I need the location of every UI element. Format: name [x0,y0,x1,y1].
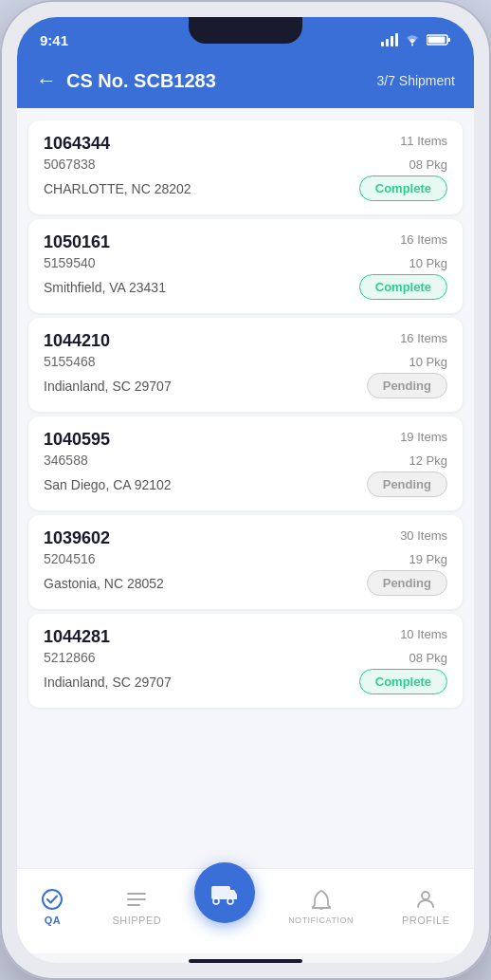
signal-icon [381,33,398,46]
pkg-count: 08 Pkg [409,157,447,172]
items-count: 30 Items [400,528,447,543]
qa-icon [41,888,64,911]
nav-profile[interactable]: PROFILE [387,880,465,934]
notification-icon [310,889,333,912]
fab-container [194,862,255,923]
pkg-count: 12 Pkg [409,453,447,468]
sub-number: 5204516 [44,551,96,566]
pkg-count: 10 Pkg [409,256,447,270]
status-badge: Pending [367,373,447,398]
pkg-count: 19 Pkg [409,552,447,566]
shipped-icon [125,888,148,911]
wifi-icon [404,33,421,46]
pkg-count: 10 Pkg [409,355,447,369]
svg-rect-5 [211,886,230,899]
order-number: 1050161 [44,232,110,252]
notification-label: NOTIFICATION [288,915,354,925]
pkg-count: 08 Pkg [409,651,447,665]
battery-icon [427,33,451,46]
items-count: 16 Items [400,232,447,247]
shipment-card[interactable]: 1044281 10 Items 5212866 08 Pkg Indianla… [28,614,463,708]
address: Gastonia, NC 28052 [44,576,164,591]
svg-point-4 [43,890,62,909]
fab-button[interactable] [194,862,255,923]
svg-point-6 [213,898,219,904]
truck-icon [209,878,240,908]
items-count: 11 Items [400,134,447,148]
address: Smithfield, VA 23431 [44,280,166,295]
nav-shipped[interactable]: SHIPPED [97,880,176,934]
sub-number: 5159540 [44,255,96,270]
shipment-card[interactable]: 1050161 16 Items 5159540 10 Pkg Smithfie… [28,219,463,313]
notch [189,17,302,44]
svg-rect-3 [428,37,446,44]
svg-point-8 [422,892,429,899]
sub-number: 5067838 [44,157,96,172]
nav-qa[interactable]: QA [26,880,79,934]
address: Indianland, SC 29707 [44,675,172,690]
nav-notification[interactable]: NOTIFICATION [273,881,369,933]
order-number: 1064344 [44,134,110,154]
shipment-card[interactable]: 1039602 30 Items 5204516 19 Pkg Gastonia… [28,515,463,609]
bottom-nav: QA SHIPPED [17,868,474,953]
svg-rect-2 [447,38,450,42]
status-icons [381,33,451,46]
address: Indianland, SC 29707 [44,379,172,394]
status-badge: Complete [359,274,447,300]
status-badge: Pending [367,570,447,596]
order-number: 1039602 [44,528,110,548]
order-number: 1040595 [44,430,110,450]
order-number: 1044281 [44,627,110,647]
sub-number: 5155468 [44,354,96,369]
page-header: ← CS No. SCB1283 3/7 Shipment [17,59,474,108]
sub-number: 5212866 [44,650,96,665]
shipment-card[interactable]: 1064344 11 Items 5067838 08 Pkg CHARLOTT… [28,120,463,214]
items-count: 19 Items [400,430,447,444]
shipment-card[interactable]: 1040595 19 Items 346588 12 Pkg San Diego… [28,416,463,510]
order-number: 1044210 [44,331,110,351]
items-count: 10 Items [400,627,447,641]
status-badge: Complete [359,669,447,694]
shipment-card[interactable]: 1044210 16 Items 5155468 10 Pkg Indianla… [28,318,463,412]
address: San Diego, CA 92102 [44,477,172,492]
back-button[interactable]: ← [36,68,57,93]
svg-point-0 [411,44,413,46]
svg-point-7 [227,898,233,904]
status-badge: Complete [359,176,447,201]
profile-label: PROFILE [402,915,450,926]
items-count: 16 Items [400,331,447,345]
shipped-label: SHIPPED [112,915,161,926]
address: CHARLOTTE, NC 28202 [44,181,191,196]
shipment-list: 1064344 11 Items 5067838 08 Pkg CHARLOTT… [17,108,474,868]
status-time: 9:41 [40,32,68,48]
sub-number: 346588 [44,453,88,468]
qa-label: QA [45,915,62,926]
status-badge: Pending [367,472,447,497]
home-indicator [189,959,302,963]
profile-icon [414,888,437,911]
page-title: CS No. SCB1283 [66,70,216,92]
shipment-count: 3/7 Shipment [377,73,456,88]
